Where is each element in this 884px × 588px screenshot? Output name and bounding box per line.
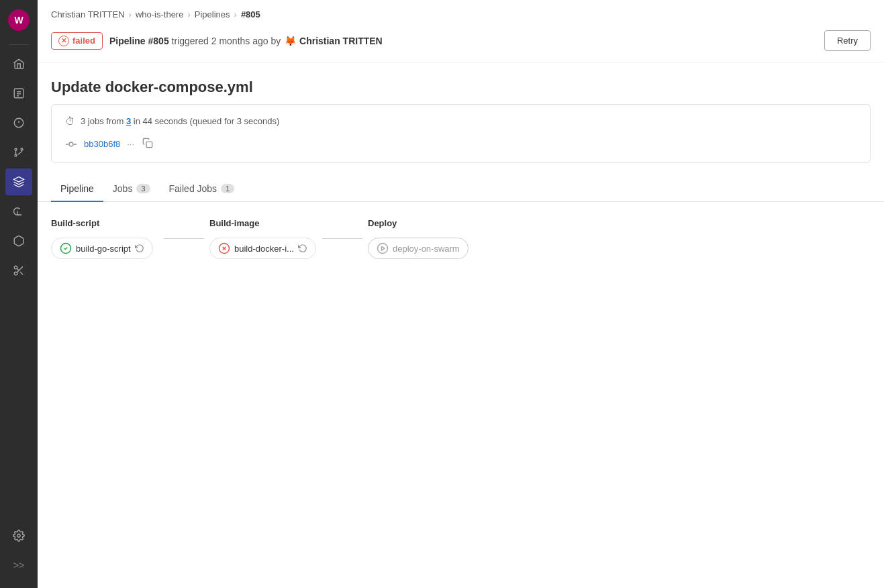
commit-hash-link[interactable]: bb30b6f8 bbox=[84, 139, 120, 149]
sidebar-divider bbox=[9, 44, 29, 45]
breadcrumb-sep-2: › bbox=[187, 9, 190, 19]
main-content: Christian TRITTEN › who-is-there › Pipel… bbox=[38, 0, 884, 588]
tabs: Pipeline Jobs 3 Failed Jobs 1 bbox=[38, 177, 884, 202]
sidebar-item-merge-requests[interactable] bbox=[5, 139, 32, 166]
connector-line-1 bbox=[164, 238, 204, 239]
info-row: ⏱ 3 jobs from 3 in 44 seconds (queued fo… bbox=[65, 115, 856, 127]
job-failed-icon bbox=[218, 242, 230, 254]
jobs-badge: 3 bbox=[136, 184, 150, 193]
svg-point-12 bbox=[14, 272, 17, 275]
breadcrumb: Christian TRITTEN › who-is-there › Pipel… bbox=[38, 0, 884, 25]
breadcrumb-project[interactable]: who-is-there bbox=[136, 9, 184, 19]
sidebar: W bbox=[0, 0, 38, 588]
stage-deploy: Deploy deploy-on-swarm bbox=[368, 218, 475, 259]
trigger-text: triggered 2 months ago by bbox=[172, 36, 284, 46]
breadcrumb-user[interactable]: Christian TRITTEN bbox=[51, 9, 125, 19]
avatar[interactable]: W bbox=[8, 9, 30, 31]
job-retry-build-docker[interactable] bbox=[298, 244, 307, 253]
pipeline-header-left: ✕ failed Pipeline #805 triggered 2 month… bbox=[51, 32, 383, 50]
user-name[interactable]: Christian TRITTEN bbox=[299, 36, 383, 46]
svg-rect-20 bbox=[146, 142, 152, 148]
job-success-icon bbox=[60, 242, 72, 254]
user-avatar-icon: 🦊 bbox=[283, 34, 297, 48]
job-name-build-go-script: build-go-script bbox=[76, 244, 131, 254]
sidebar-item-scissors[interactable] bbox=[5, 257, 32, 284]
connector-2 bbox=[317, 238, 368, 239]
breadcrumb-sep-1: › bbox=[129, 9, 132, 19]
pipeline-info: Pipeline #805 triggered 2 months ago by … bbox=[109, 34, 383, 48]
job-retry-build-go-script[interactable] bbox=[135, 244, 144, 253]
commit-row: bb30b6f8 ··· bbox=[65, 136, 856, 152]
pipeline-header: ✕ failed Pipeline #805 triggered 2 month… bbox=[38, 25, 884, 62]
collapse-sidebar-button[interactable]: >> bbox=[5, 550, 32, 580]
jobs-link[interactable]: 3 bbox=[126, 116, 131, 126]
svg-point-9 bbox=[21, 148, 23, 150]
sidebar-bottom: >> bbox=[5, 521, 32, 580]
info-box: ⏱ 3 jobs from 3 in 44 seconds (queued fo… bbox=[51, 104, 871, 163]
copy-commit-button[interactable] bbox=[141, 136, 154, 152]
connector-line-2 bbox=[322, 238, 362, 239]
tab-failed-jobs[interactable]: Failed Jobs 1 bbox=[160, 177, 244, 202]
job-skipped-icon bbox=[377, 242, 389, 254]
status-badge: ✕ failed bbox=[51, 32, 103, 50]
sidebar-item-issues[interactable] bbox=[5, 109, 32, 136]
stage-label-build-image: Build-image bbox=[209, 218, 317, 228]
job-build-docker-image[interactable]: build-docker-i... bbox=[209, 238, 316, 259]
tab-pipeline[interactable]: Pipeline bbox=[51, 177, 103, 202]
sidebar-item-settings[interactable] bbox=[5, 522, 32, 549]
stage-build-image: Build-image build-docker-i... bbox=[209, 218, 317, 259]
commit-dots[interactable]: ··· bbox=[127, 139, 134, 149]
sidebar-item-deployments[interactable] bbox=[5, 198, 32, 225]
stage-label-deploy: Deploy bbox=[368, 218, 475, 228]
tab-jobs[interactable]: Jobs 3 bbox=[103, 177, 160, 202]
svg-point-7 bbox=[15, 148, 17, 150]
pipeline-number: Pipeline #805 bbox=[109, 36, 169, 46]
stage-build-script: Build-script build-go-script bbox=[51, 218, 158, 259]
stage-jobs-deploy: deploy-on-swarm bbox=[368, 238, 475, 259]
sidebar-item-snippets[interactable] bbox=[5, 80, 32, 107]
svg-line-14 bbox=[20, 272, 23, 275]
stage-jobs-build-image: build-docker-i... bbox=[209, 238, 317, 259]
page-title: Update docker-compose.yml bbox=[38, 62, 884, 104]
breadcrumb-pipelines[interactable]: Pipelines bbox=[195, 9, 230, 19]
breadcrumb-sep-3: › bbox=[234, 9, 237, 19]
status-text: failed bbox=[72, 36, 95, 46]
clock-icon: ⏱ bbox=[65, 115, 75, 127]
graph-stages: Build-script build-go-script bbox=[51, 218, 871, 259]
connector-1 bbox=[158, 238, 209, 239]
stage-jobs-build-script: build-go-script bbox=[51, 238, 158, 259]
sidebar-item-pipelines[interactable] bbox=[5, 168, 32, 195]
svg-rect-0 bbox=[14, 89, 23, 98]
svg-point-16 bbox=[17, 534, 21, 538]
svg-point-8 bbox=[15, 154, 17, 156]
svg-point-11 bbox=[14, 266, 17, 269]
svg-point-25 bbox=[378, 244, 388, 254]
pipeline-graph: Build-script build-go-script bbox=[38, 202, 884, 275]
job-deploy-on-swarm[interactable]: deploy-on-swarm bbox=[368, 238, 469, 259]
sidebar-item-home[interactable] bbox=[5, 50, 32, 77]
failed-jobs-badge: 1 bbox=[221, 184, 234, 193]
jobs-summary: 3 jobs from 3 in 44 seconds (queued for … bbox=[81, 116, 279, 126]
failed-icon: ✕ bbox=[58, 36, 69, 46]
job-name-deploy-on-swarm: deploy-on-swarm bbox=[393, 244, 460, 254]
job-build-go-script[interactable]: build-go-script bbox=[51, 238, 153, 259]
commit-icon bbox=[65, 138, 77, 150]
job-name-build-docker-image: build-docker-i... bbox=[234, 244, 294, 254]
svg-line-15 bbox=[17, 268, 19, 271]
sidebar-item-packages[interactable] bbox=[5, 228, 32, 254]
retry-button[interactable]: Retry bbox=[824, 30, 871, 51]
breadcrumb-current: #805 bbox=[241, 9, 260, 19]
stage-label-build-script: Build-script bbox=[51, 218, 158, 228]
svg-point-17 bbox=[69, 142, 73, 146]
